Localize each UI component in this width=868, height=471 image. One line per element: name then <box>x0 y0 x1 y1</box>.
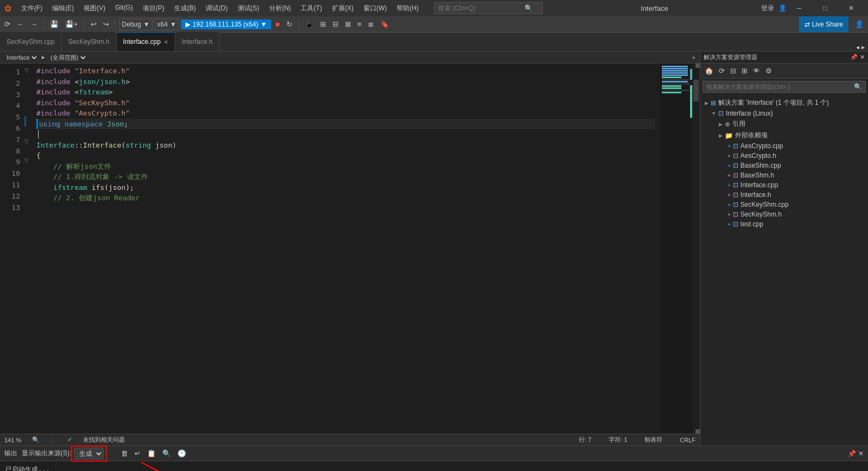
output-pin-icon[interactable]: 📌 <box>848 450 856 457</box>
fold-8[interactable]: ▽ <box>24 137 32 145</box>
se-close-icon[interactable]: ✕ <box>860 54 865 61</box>
global-search-box[interactable]: 🔍 <box>434 2 542 14</box>
run-button[interactable]: ▶ 192.168.111.135 (x64) ▼ <box>181 20 271 29</box>
toolbar-save-all[interactable]: 💾+ <box>63 19 80 29</box>
menu-debug[interactable]: 调试(D) <box>201 3 232 14</box>
toolbar-misc3[interactable]: ≡ <box>355 19 364 29</box>
code-text[interactable]: #include "Interface.h" #include <json/js… <box>32 63 660 434</box>
close-button[interactable]: ✕ <box>839 0 864 16</box>
toolbar-redo[interactable]: ↪ <box>101 19 111 29</box>
se-filter-btn[interactable]: ⊞ <box>739 66 750 76</box>
toolbar-back[interactable]: ← <box>15 19 26 29</box>
file-icon-cpp2: ⊡ <box>733 162 738 169</box>
tree-file-test-cpp[interactable]: + ⊡ test.cpp <box>700 219 868 229</box>
output-close-icon[interactable]: ✕ <box>858 450 864 457</box>
toolbar-new[interactable]: ⟳ <box>2 19 12 29</box>
editor-scrollbar[interactable] <box>692 63 700 434</box>
menu-window[interactable]: 窗口(W) <box>359 3 391 14</box>
toolbar-forward[interactable]: → <box>28 19 40 29</box>
ext-icon: 📁 <box>725 132 733 139</box>
tree-references[interactable]: ▶ ⊕ 引用 <box>700 118 868 130</box>
scope-add-icon[interactable]: + <box>692 54 695 61</box>
toolbar-device[interactable]: 📱 <box>303 19 316 29</box>
tree-file-baseshm-h[interactable]: + ⊡ BaseShm.h <box>700 170 868 180</box>
menu-view[interactable]: 视图(V) <box>79 3 110 14</box>
toolbar-misc1[interactable]: ⊟ <box>330 19 341 29</box>
menu-edit[interactable]: 编辑(E) <box>48 3 78 14</box>
solution-explorer-title: 解决方案资源管理器 <box>704 53 757 61</box>
output-source-dropdown[interactable]: 生成 调试 一般 <box>74 448 104 460</box>
se-settings-btn[interactable]: ⚙ <box>763 66 774 76</box>
tab-interfaceh[interactable]: Interface.h <box>175 32 220 51</box>
tab-close-button[interactable]: ✕ <box>164 39 168 45</box>
file-icon-cpp4: ⊡ <box>733 201 738 208</box>
fold-1[interactable]: ▽ <box>24 66 32 74</box>
code-line-9: { <box>36 150 655 161</box>
menu-extensions[interactable]: 扩展(X) <box>328 3 358 14</box>
tab-seckeyshmcpp[interactable]: SecKeyShm.cpp <box>0 32 62 51</box>
tab-seckeyshmh[interactable]: SecKeyShm.h <box>62 32 117 51</box>
se-preview-btn[interactable]: 👁 <box>751 66 762 76</box>
toolbar-stop[interactable]: ■ <box>273 19 282 29</box>
tree-external-deps[interactable]: ▶ 📁 外部依赖项 <box>700 130 868 141</box>
fold-10[interactable]: ▽ <box>24 156 32 164</box>
toolbar-user2[interactable]: 👤 <box>853 19 866 29</box>
maximize-button[interactable]: □ <box>813 0 838 16</box>
menu-tools[interactable]: 工具(T) <box>296 3 326 14</box>
toolbar-layout[interactable]: ⊞ <box>318 19 328 29</box>
solution-search-input[interactable] <box>706 84 854 90</box>
toolbar-bookmark[interactable]: 🔖 <box>378 19 391 29</box>
se-sync-btn[interactable]: ⟳ <box>717 66 727 76</box>
menu-test[interactable]: 测试(S) <box>233 3 264 14</box>
toolbar-save[interactable]: 💾 <box>48 19 61 29</box>
solution-tree: ▶ ⊞ 解决方案 'Interface' (1 个项目, 共 1 个) ▼ ⊡ … <box>700 95 868 445</box>
debug-config-dropdown[interactable]: Debug ▼ <box>119 18 152 30</box>
output-source-selector[interactable]: 显示输出来源(S): 生成 调试 一般 <box>22 448 104 460</box>
tree-solution-root[interactable]: ▶ ⊞ 解决方案 'Interface' (1 个项目, 共 1 个) <box>700 97 868 109</box>
liveshare-button[interactable]: ⇄ Live Share <box>799 16 848 32</box>
toolbar-misc2[interactable]: ⊠ <box>343 19 353 29</box>
solution-search-box[interactable]: 🔍 <box>703 81 866 93</box>
se-home-btn[interactable]: 🏠 <box>703 66 716 76</box>
tab-scroll-left[interactable]: ◂ <box>856 43 859 51</box>
menu-project[interactable]: 项目(P) <box>138 3 169 14</box>
solution-icon: ⊞ <box>711 99 716 107</box>
output-wrap-btn[interactable]: ↵ <box>132 448 143 459</box>
output-clock-btn[interactable]: 🕐 <box>175 448 188 459</box>
output-filter-btn[interactable]: 🔍 <box>160 448 173 459</box>
output-clear-btn[interactable]: 🗑 <box>119 448 130 459</box>
menu-build[interactable]: 生成(B) <box>170 3 200 14</box>
tab-interfacecpp[interactable]: Interface.cpp ✕ <box>117 32 175 51</box>
output-content[interactable]: 已启动生成... 1>——已启动生成: 项目: Interface, 配置: D… <box>0 461 868 471</box>
cpp-plus-icon3: + <box>727 182 731 188</box>
toolbar-restart[interactable]: ↻ <box>284 19 295 29</box>
tree-file-aescrypto-cpp[interactable]: + ⊡ AesCrypto.cpp <box>700 141 868 151</box>
menu-git[interactable]: Git(G) <box>111 3 137 14</box>
tree-file-seckeyshm-cpp[interactable]: + ⊡ SecKeyShm.cpp <box>700 200 868 209</box>
ref-icon: ⊕ <box>725 120 730 128</box>
window-title: Interface <box>548 4 761 12</box>
code-editor[interactable]: 12345 678910 111213 ▽ ▽ ▽ #include "Inte… <box>0 63 700 434</box>
toolbar-undo[interactable]: ↩ <box>88 19 99 29</box>
output-copy-btn[interactable]: 📋 <box>145 448 158 459</box>
tab-scroll-right[interactable]: ▸ <box>861 43 865 51</box>
menu-analyze[interactable]: 分析(N) <box>265 3 296 14</box>
menu-help[interactable]: 帮助(H) <box>392 3 423 14</box>
se-pin-icon[interactable]: 📌 <box>850 54 858 61</box>
global-scope-selector[interactable]: (全局范围) <box>48 54 87 61</box>
tree-file-aescrypto-h[interactable]: + ⊡ AesCrypto.h <box>700 151 868 161</box>
platform-dropdown[interactable]: x64 ▼ <box>155 18 179 30</box>
tree-file-seckeyshm-h[interactable]: + ⊡ SecKeyShm.h <box>700 209 868 219</box>
toolbar-misc4[interactable]: ≣ <box>366 19 376 29</box>
global-search-input[interactable] <box>438 4 525 12</box>
zoom-icon: 🔍 <box>32 436 40 443</box>
minimize-button[interactable]: ─ <box>787 0 812 16</box>
se-collapse-btn[interactable]: ⊟ <box>728 66 738 76</box>
tree-file-baseshm-cpp[interactable]: + ⊡ BaseShm.cpp <box>700 161 868 170</box>
tree-file-interface-h[interactable]: + ⊡ Interface.h <box>700 190 868 200</box>
tree-project[interactable]: ▼ ⊡ Interface (Linux) <box>700 109 868 118</box>
menu-file[interactable]: 文件(F) <box>17 3 47 14</box>
login-button[interactable]: 登录 <box>761 4 774 13</box>
scope-selector[interactable]: Interface <box>4 54 39 61</box>
tree-file-interface-cpp[interactable]: + ⊡ Interface.cpp <box>700 180 868 190</box>
